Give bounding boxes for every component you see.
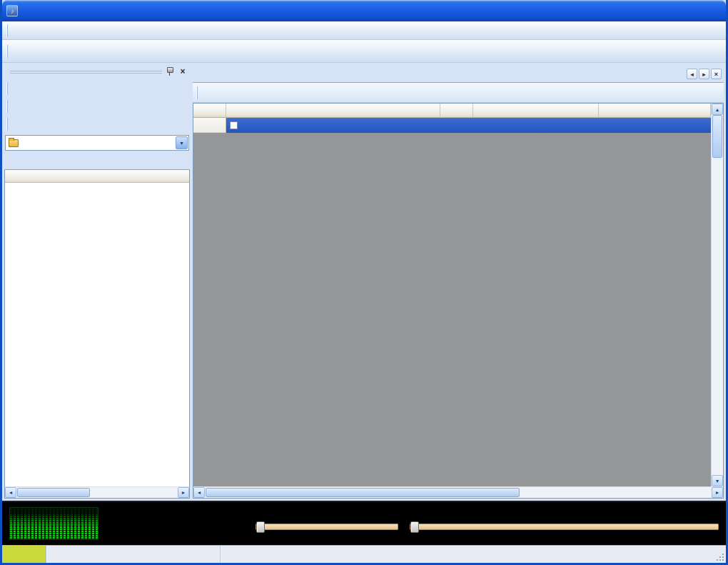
- add-files-icon: [208, 85, 219, 101]
- name-column-header[interactable]: [5, 170, 189, 183]
- group-row-content: [226, 118, 711, 133]
- playlist-editor-panel: [193, 64, 724, 499]
- player-bar: [2, 501, 726, 545]
- tab-navigation: [684, 69, 723, 82]
- toolbar-grip: [6, 82, 9, 95]
- content-area: [2, 63, 726, 501]
- spectrum-analyzer: [9, 507, 98, 540]
- file-browser-header: [4, 64, 190, 79]
- folder-icon: [9, 139, 19, 147]
- scroll-thumb[interactable]: [206, 488, 520, 497]
- scroll-up-icon[interactable]: [712, 104, 723, 115]
- file-browser-tabs: [4, 153, 190, 170]
- folder-select[interactable]: [5, 135, 189, 151]
- scroll-left-icon[interactable]: [5, 487, 16, 498]
- main-toolbar: [2, 40, 726, 63]
- playlist-group-row[interactable]: [193, 118, 711, 133]
- file-name-column-header[interactable]: [226, 104, 440, 118]
- file-browser-list: [5, 183, 189, 486]
- scroll-thumb[interactable]: [712, 115, 722, 158]
- scroll-tabs-left-icon[interactable]: [687, 69, 697, 79]
- scroll-right-icon[interactable]: [712, 487, 723, 498]
- position-slider[interactable]: [256, 524, 398, 530]
- scroll-thumb[interactable]: [17, 488, 90, 497]
- playlist-grid: [193, 103, 724, 499]
- playlist-vscrollbar[interactable]: [711, 104, 723, 486]
- collapse-icon[interactable]: [230, 121, 238, 129]
- toolbar-grip: [196, 86, 198, 99]
- app-icon: [6, 5, 18, 16]
- toolbar-grip: [6, 24, 9, 37]
- add-files-button[interactable]: [204, 83, 228, 103]
- scroll-tabs-right-icon[interactable]: [699, 69, 709, 79]
- grid-header: [193, 104, 711, 118]
- dropdown-arrow-icon[interactable]: [176, 136, 188, 149]
- menu-bar: [2, 21, 726, 40]
- status-bar: [2, 545, 726, 563]
- volume-slider[interactable]: [410, 524, 719, 530]
- pin-icon[interactable]: [166, 66, 174, 76]
- toolbar-grip: [6, 100, 9, 113]
- panel-close-icon[interactable]: [178, 66, 188, 76]
- playlist-toolbar: [193, 83, 724, 103]
- file-browser-toolbar: [4, 79, 190, 134]
- close-tab-icon[interactable]: [711, 69, 722, 79]
- track-area: [256, 518, 719, 530]
- path-column-header[interactable]: [599, 104, 711, 118]
- format-info: [221, 546, 726, 563]
- header-rule: [10, 71, 162, 74]
- scroll-right-icon[interactable]: [178, 487, 189, 498]
- file-browser-panel: [4, 64, 190, 499]
- corner-header: [193, 104, 226, 118]
- playlist-column-header[interactable]: [473, 104, 599, 118]
- title-bar[interactable]: [2, 0, 726, 21]
- file-browser-list-container: [4, 170, 190, 499]
- toolbar-grip: [6, 45, 9, 58]
- row-number: [193, 118, 226, 133]
- scroll-left-icon[interactable]: [193, 487, 205, 498]
- volume-slider-thumb[interactable]: [410, 521, 419, 533]
- app-window: [0, 0, 728, 565]
- grid-body: [193, 118, 711, 486]
- time-column-header[interactable]: [440, 104, 473, 118]
- toolbar-grip: [6, 118, 9, 131]
- scroll-down-icon[interactable]: [712, 475, 723, 486]
- file-browser-hscrollbar[interactable]: [5, 486, 189, 498]
- status-label: [2, 546, 46, 563]
- position-slider-thumb[interactable]: [256, 521, 265, 533]
- resize-grip[interactable]: [714, 551, 724, 561]
- playlist-tab-strip: [193, 64, 724, 83]
- playlist-hscrollbar[interactable]: [193, 486, 723, 498]
- playing-status: [46, 546, 221, 563]
